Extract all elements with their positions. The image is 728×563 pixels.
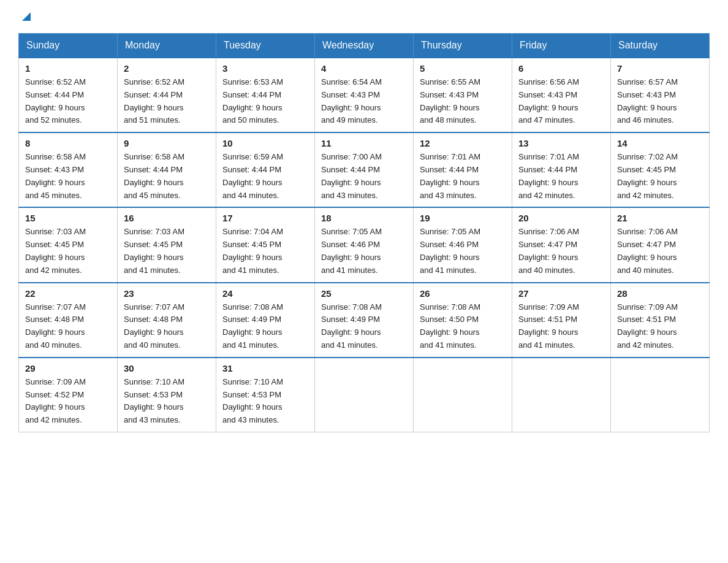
day-info: Sunrise: 6:53 AM Sunset: 4:44 PM Dayligh… [222, 76, 308, 127]
day-number: 2 [124, 63, 210, 74]
calendar-cell: 29 Sunrise: 7:09 AM Sunset: 4:52 PM Dayl… [19, 358, 118, 432]
calendar-cell: 31 Sunrise: 7:10 AM Sunset: 4:53 PM Dayl… [216, 358, 315, 432]
day-info: Sunrise: 7:00 AM Sunset: 4:44 PM Dayligh… [321, 151, 407, 202]
day-info: Sunrise: 6:56 AM Sunset: 4:43 PM Dayligh… [518, 76, 604, 127]
day-info: Sunrise: 7:10 AM Sunset: 4:53 PM Dayligh… [222, 376, 308, 427]
day-number: 13 [518, 138, 604, 148]
day-info: Sunrise: 7:07 AM Sunset: 4:48 PM Dayligh… [25, 301, 111, 352]
day-number: 14 [617, 138, 703, 148]
calendar-cell: 13 Sunrise: 7:01 AM Sunset: 4:44 PM Dayl… [512, 132, 611, 207]
day-info: Sunrise: 7:08 AM Sunset: 4:49 PM Dayligh… [321, 301, 407, 352]
day-info: Sunrise: 7:03 AM Sunset: 4:45 PM Dayligh… [124, 226, 210, 277]
calendar-cell [315, 358, 414, 432]
calendar-cell: 14 Sunrise: 7:02 AM Sunset: 4:45 PM Dayl… [611, 132, 710, 207]
day-info: Sunrise: 7:09 AM Sunset: 4:51 PM Dayligh… [518, 301, 604, 352]
calendar-cell [611, 358, 710, 432]
day-number: 8 [25, 138, 111, 148]
day-number: 24 [222, 288, 308, 299]
day-info: Sunrise: 7:06 AM Sunset: 4:47 PM Dayligh… [518, 226, 604, 277]
day-number: 17 [222, 213, 308, 223]
day-number: 27 [518, 288, 604, 299]
day-number: 1 [25, 63, 111, 74]
day-number: 15 [25, 213, 111, 223]
day-info: Sunrise: 7:09 AM Sunset: 4:52 PM Dayligh… [25, 376, 111, 427]
calendar-cell: 16 Sunrise: 7:03 AM Sunset: 4:45 PM Dayl… [118, 207, 216, 282]
svg-marker-0 [22, 12, 31, 21]
calendar-cell: 5 Sunrise: 6:55 AM Sunset: 4:43 PM Dayli… [414, 58, 512, 132]
calendar-week-row: 22 Sunrise: 7:07 AM Sunset: 4:48 PM Dayl… [19, 283, 710, 358]
logo-triangle-icon [20, 10, 33, 23]
day-number: 28 [617, 288, 703, 299]
day-info: Sunrise: 6:55 AM Sunset: 4:43 PM Dayligh… [420, 76, 506, 127]
day-info: Sunrise: 7:04 AM Sunset: 4:45 PM Dayligh… [222, 226, 308, 277]
calendar-cell: 7 Sunrise: 6:57 AM Sunset: 4:43 PM Dayli… [611, 58, 710, 132]
page-header [18, 12, 710, 22]
calendar-cell: 4 Sunrise: 6:54 AM Sunset: 4:43 PM Dayli… [315, 58, 414, 132]
day-info: Sunrise: 7:05 AM Sunset: 4:46 PM Dayligh… [321, 226, 407, 277]
weekday-header-sunday: Sunday [19, 34, 118, 58]
day-number: 5 [420, 63, 506, 74]
calendar-cell: 23 Sunrise: 7:07 AM Sunset: 4:48 PM Dayl… [118, 283, 216, 358]
day-info: Sunrise: 7:06 AM Sunset: 4:47 PM Dayligh… [617, 226, 703, 277]
day-number: 23 [124, 288, 210, 299]
calendar-cell: 26 Sunrise: 7:08 AM Sunset: 4:50 PM Dayl… [414, 283, 512, 358]
day-number: 12 [420, 138, 506, 148]
calendar-cell: 9 Sunrise: 6:58 AM Sunset: 4:44 PM Dayli… [118, 132, 216, 207]
calendar-cell [512, 358, 611, 432]
calendar-cell: 15 Sunrise: 7:03 AM Sunset: 4:45 PM Dayl… [19, 207, 118, 282]
day-info: Sunrise: 6:54 AM Sunset: 4:43 PM Dayligh… [321, 76, 407, 127]
day-info: Sunrise: 6:59 AM Sunset: 4:44 PM Dayligh… [222, 151, 308, 202]
calendar-cell: 12 Sunrise: 7:01 AM Sunset: 4:44 PM Dayl… [414, 132, 512, 207]
day-number: 19 [420, 213, 506, 223]
day-number: 22 [25, 288, 111, 299]
day-info: Sunrise: 6:57 AM Sunset: 4:43 PM Dayligh… [617, 76, 703, 127]
day-number: 11 [321, 138, 407, 148]
calendar-header-row: SundayMondayTuesdayWednesdayThursdayFrid… [19, 34, 710, 58]
calendar-cell: 18 Sunrise: 7:05 AM Sunset: 4:46 PM Dayl… [315, 207, 414, 282]
calendar-cell: 24 Sunrise: 7:08 AM Sunset: 4:49 PM Dayl… [216, 283, 315, 358]
calendar-cell: 21 Sunrise: 7:06 AM Sunset: 4:47 PM Dayl… [611, 207, 710, 282]
day-info: Sunrise: 7:03 AM Sunset: 4:45 PM Dayligh… [25, 226, 111, 277]
weekday-header-wednesday: Wednesday [315, 34, 414, 58]
weekday-header-tuesday: Tuesday [216, 34, 315, 58]
calendar-cell: 8 Sunrise: 6:58 AM Sunset: 4:43 PM Dayli… [19, 132, 118, 207]
day-info: Sunrise: 7:08 AM Sunset: 4:49 PM Dayligh… [222, 301, 308, 352]
calendar-cell: 30 Sunrise: 7:10 AM Sunset: 4:53 PM Dayl… [118, 358, 216, 432]
day-info: Sunrise: 7:01 AM Sunset: 4:44 PM Dayligh… [518, 151, 604, 202]
calendar-week-row: 15 Sunrise: 7:03 AM Sunset: 4:45 PM Dayl… [19, 207, 710, 282]
calendar-cell: 11 Sunrise: 7:00 AM Sunset: 4:44 PM Dayl… [315, 132, 414, 207]
day-number: 25 [321, 288, 407, 299]
calendar-cell: 6 Sunrise: 6:56 AM Sunset: 4:43 PM Dayli… [512, 58, 611, 132]
day-number: 20 [518, 213, 604, 223]
weekday-header-monday: Monday [118, 34, 216, 58]
day-number: 29 [25, 363, 111, 373]
calendar-cell: 2 Sunrise: 6:52 AM Sunset: 4:44 PM Dayli… [118, 58, 216, 132]
day-number: 16 [124, 213, 210, 223]
calendar-cell: 25 Sunrise: 7:08 AM Sunset: 4:49 PM Dayl… [315, 283, 414, 358]
day-info: Sunrise: 7:08 AM Sunset: 4:50 PM Dayligh… [420, 301, 506, 352]
day-number: 10 [222, 138, 308, 148]
calendar-cell: 22 Sunrise: 7:07 AM Sunset: 4:48 PM Dayl… [19, 283, 118, 358]
day-info: Sunrise: 7:09 AM Sunset: 4:51 PM Dayligh… [617, 301, 703, 352]
day-number: 4 [321, 63, 407, 74]
calendar-cell: 17 Sunrise: 7:04 AM Sunset: 4:45 PM Dayl… [216, 207, 315, 282]
day-number: 3 [222, 63, 308, 74]
day-number: 26 [420, 288, 506, 299]
calendar-week-row: 29 Sunrise: 7:09 AM Sunset: 4:52 PM Dayl… [19, 358, 710, 432]
logo [18, 12, 33, 22]
day-number: 31 [222, 363, 308, 373]
day-info: Sunrise: 7:05 AM Sunset: 4:46 PM Dayligh… [420, 226, 506, 277]
calendar-cell: 27 Sunrise: 7:09 AM Sunset: 4:51 PM Dayl… [512, 283, 611, 358]
calendar-cell: 20 Sunrise: 7:06 AM Sunset: 4:47 PM Dayl… [512, 207, 611, 282]
calendar-cell: 28 Sunrise: 7:09 AM Sunset: 4:51 PM Dayl… [611, 283, 710, 358]
day-info: Sunrise: 7:07 AM Sunset: 4:48 PM Dayligh… [124, 301, 210, 352]
day-number: 18 [321, 213, 407, 223]
calendar-cell: 1 Sunrise: 6:52 AM Sunset: 4:44 PM Dayli… [19, 58, 118, 132]
calendar-cell: 19 Sunrise: 7:05 AM Sunset: 4:46 PM Dayl… [414, 207, 512, 282]
day-info: Sunrise: 6:58 AM Sunset: 4:44 PM Dayligh… [124, 151, 210, 202]
weekday-header-thursday: Thursday [414, 34, 512, 58]
calendar-cell: 3 Sunrise: 6:53 AM Sunset: 4:44 PM Dayli… [216, 58, 315, 132]
weekday-header-saturday: Saturday [611, 34, 710, 58]
weekday-header-friday: Friday [512, 34, 611, 58]
day-info: Sunrise: 7:10 AM Sunset: 4:53 PM Dayligh… [124, 376, 210, 427]
